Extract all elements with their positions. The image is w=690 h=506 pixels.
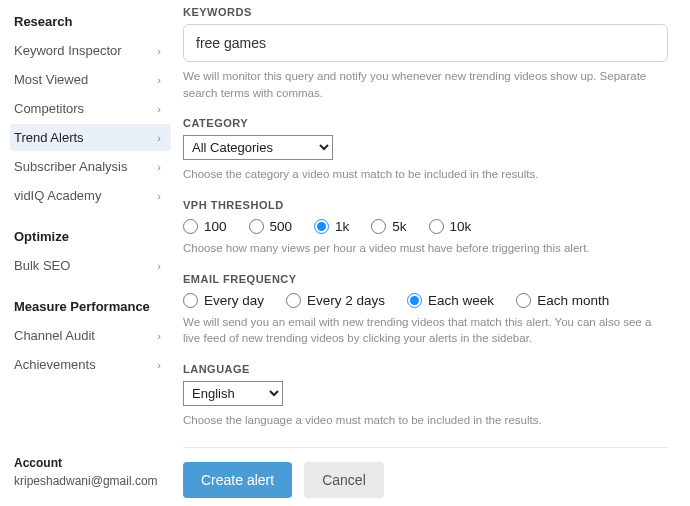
account-label: Account [14,456,167,470]
language-select[interactable]: English [183,381,283,406]
radio-input[interactable] [183,219,198,234]
chevron-right-icon: › [157,359,161,371]
category-label: CATEGORY [183,117,668,129]
radio-input[interactable] [249,219,264,234]
vph-option-500[interactable]: 500 [249,219,293,234]
form-actions: Create alert Cancel [183,462,668,498]
sidebar-item-channel-audit[interactable]: Channel Audit › [10,322,171,349]
sidebar-item-label: Subscriber Analysis [14,159,127,174]
radio-label: Every day [204,293,264,308]
sidebar-item-label: Most Viewed [14,72,88,87]
email-freq-option-each-month[interactable]: Each month [516,293,609,308]
radio-label: Every 2 days [307,293,385,308]
sidebar-item-most-viewed[interactable]: Most Viewed › [10,66,171,93]
account-block[interactable]: Account kripeshadwani@gmail.com [10,448,171,498]
sidebar-item-competitors[interactable]: Competitors › [10,95,171,122]
vph-option-10k[interactable]: 10k [429,219,472,234]
sidebar-item-label: Trend Alerts [14,130,84,145]
sidebar-section: Optimize Bulk SEO › [10,223,171,281]
sidebar-item-subscriber-analysis[interactable]: Subscriber Analysis › [10,153,171,180]
vph-helper: Choose how many views per hour a video m… [183,240,668,257]
sidebar-section: Measure Performance Channel Audit › Achi… [10,293,171,380]
sidebar-item-label: Competitors [14,101,84,116]
chevron-right-icon: › [157,190,161,202]
account-email: kripeshadwani@gmail.com [14,474,167,488]
sidebar-item-label: Achievements [14,357,96,372]
vph-option-5k[interactable]: 5k [371,219,406,234]
language-label: LANGUAGE [183,363,668,375]
sidebar-section-title-measure: Measure Performance [10,293,171,322]
radio-input[interactable] [407,293,422,308]
email-freq-option-every-day[interactable]: Every day [183,293,264,308]
main-content: KEYWORDS We will monitor this query and … [175,0,690,506]
sidebar-item-label: Bulk SEO [14,258,70,273]
sidebar-section-title-research: Research [10,8,171,37]
keywords-helper: We will monitor this query and notify yo… [183,68,668,101]
email-freq-option-each-week[interactable]: Each week [407,293,494,308]
radio-input[interactable] [371,219,386,234]
radio-input[interactable] [314,219,329,234]
create-alert-button[interactable]: Create alert [183,462,292,498]
radio-label: 100 [204,219,227,234]
radio-input[interactable] [516,293,531,308]
vph-option-1k[interactable]: 1k [314,219,349,234]
email-freq-label: EMAIL FREQUENCY [183,273,668,285]
radio-label: 1k [335,219,349,234]
radio-input[interactable] [429,219,444,234]
radio-label: Each month [537,293,609,308]
sidebar-item-achievements[interactable]: Achievements › [10,351,171,378]
sidebar-item-label: Channel Audit [14,328,95,343]
sidebar-item-label: Keyword Inspector [14,43,122,58]
sidebar-item-keyword-inspector[interactable]: Keyword Inspector › [10,37,171,64]
chevron-right-icon: › [157,74,161,86]
category-helper: Choose the category a video must match t… [183,166,668,183]
radio-input[interactable] [286,293,301,308]
chevron-right-icon: › [157,45,161,57]
sidebar-item-label: vidIQ Academy [14,188,101,203]
sidebar-section: Research Keyword Inspector › Most Viewed… [10,8,171,211]
keywords-input[interactable] [183,24,668,62]
radio-label: 10k [450,219,472,234]
radio-label: Each week [428,293,494,308]
email-freq-helper: We will send you an email with new trend… [183,314,668,347]
chevron-right-icon: › [157,260,161,272]
chevron-right-icon: › [157,132,161,144]
chevron-right-icon: › [157,330,161,342]
language-helper: Choose the language a video must match t… [183,412,668,429]
cancel-button[interactable]: Cancel [304,462,384,498]
vph-radio-group: 100 500 1k 5k 10k [183,217,668,234]
radio-label: 500 [270,219,293,234]
vph-option-100[interactable]: 100 [183,219,227,234]
sidebar-item-trend-alerts[interactable]: Trend Alerts › [10,124,171,151]
divider [183,447,668,448]
sidebar-item-vidiq-academy[interactable]: vidIQ Academy › [10,182,171,209]
radio-input[interactable] [183,293,198,308]
chevron-right-icon: › [157,103,161,115]
email-freq-radio-group: Every day Every 2 days Each week Each mo… [183,291,668,308]
category-select[interactable]: All Categories [183,135,333,160]
email-freq-option-every-2-days[interactable]: Every 2 days [286,293,385,308]
keywords-label: KEYWORDS [183,6,668,18]
chevron-right-icon: › [157,161,161,173]
sidebar: Research Keyword Inspector › Most Viewed… [0,0,175,506]
sidebar-item-bulk-seo[interactable]: Bulk SEO › [10,252,171,279]
vph-label: VPH THRESHOLD [183,199,668,211]
sidebar-section-title-optimize: Optimize [10,223,171,252]
radio-label: 5k [392,219,406,234]
